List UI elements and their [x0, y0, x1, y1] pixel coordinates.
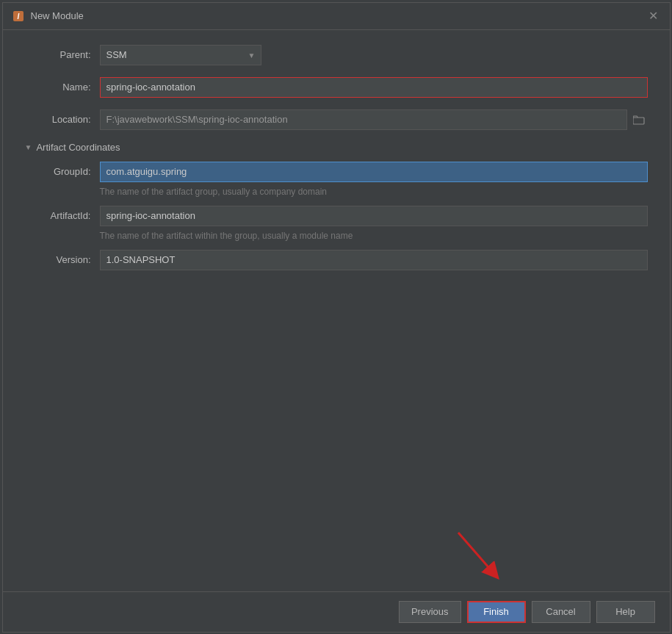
artifact-section-header[interactable]: ▼ Artifact Coordinates — [25, 142, 648, 153]
title-bar: I New Module ✕ — [3, 3, 670, 30]
cancel-button[interactable]: Cancel — [532, 601, 590, 623]
version-label: Version: — [25, 254, 91, 265]
close-button[interactable]: ✕ — [646, 9, 661, 24]
artifactid-hint: The name of the artifact within the grou… — [25, 231, 648, 241]
help-button[interactable]: Help — [596, 601, 655, 623]
location-label: Location: — [25, 114, 91, 125]
parent-label: Parent: — [25, 49, 91, 60]
dialog-content: Parent: SSM Name: Location: — [3, 30, 670, 591]
dialog-icon: I — [12, 10, 25, 23]
previous-button[interactable]: Previous — [399, 601, 461, 623]
location-wrapper — [100, 109, 648, 130]
dialog-footer: Previous Finish Cancel Help — [3, 591, 670, 632]
groupid-row: GroupId: — [25, 162, 648, 182]
svg-text:I: I — [17, 12, 19, 21]
groupid-hint: The name of the artifact group, usually … — [25, 187, 648, 197]
location-input[interactable] — [100, 109, 627, 130]
artifactid-input[interactable] — [100, 206, 648, 226]
groupid-input[interactable] — [100, 162, 648, 182]
name-row: Name: — [25, 77, 648, 98]
artifact-section-title: Artifact Coordinates — [36, 142, 120, 153]
artifactid-row: ArtifactId: — [25, 206, 648, 226]
section-collapse-arrow: ▼ — [25, 143, 32, 151]
parent-row: Parent: SSM — [25, 45, 648, 65]
parent-select[interactable]: SSM — [100, 45, 261, 65]
location-row: Location: — [25, 109, 648, 130]
dialog-title: New Module — [31, 10, 640, 21]
version-input[interactable] — [100, 250, 648, 270]
name-input[interactable] — [100, 77, 648, 98]
parent-select-wrapper: SSM — [100, 45, 261, 65]
browse-folder-button[interactable] — [630, 111, 648, 129]
artifact-section: ▼ Artifact Coordinates GroupId: The name… — [25, 142, 648, 270]
artifactid-label: ArtifactId: — [25, 210, 91, 221]
finish-button[interactable]: Finish — [467, 601, 526, 623]
svg-rect-2 — [633, 118, 644, 124]
groupid-label: GroupId: — [25, 166, 91, 177]
name-label: Name: — [25, 82, 91, 93]
new-module-dialog: I New Module ✕ Parent: SSM Name: Locatio… — [2, 2, 671, 633]
version-row: Version: — [25, 250, 648, 270]
